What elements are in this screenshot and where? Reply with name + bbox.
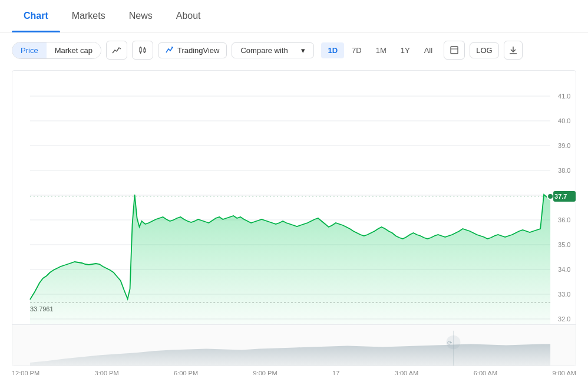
time-1m-button[interactable]: 1M <box>369 42 393 58</box>
chevron-down-icon: ▾ <box>301 46 305 55</box>
candlestick-icon-button[interactable] <box>132 41 153 60</box>
x-label-600pm: 6:00 PM <box>174 370 198 375</box>
download-button[interactable] <box>504 41 523 60</box>
chart-container: 41.0 40.0 39.0 38.0 37.0 36.0 35.0 34.0 … <box>12 70 576 366</box>
x-label-600am: 6:00 AM <box>474 370 497 375</box>
current-price-text: 37.7 <box>554 193 567 200</box>
compare-button[interactable]: Compare with ▾ <box>232 42 314 58</box>
tab-about[interactable]: About <box>164 0 213 32</box>
price-button[interactable]: Price <box>12 42 47 58</box>
price-chart: 41.0 40.0 39.0 38.0 37.0 36.0 35.0 34.0 … <box>12 71 576 324</box>
compare-label: Compare with <box>240 46 288 55</box>
time-1y-button[interactable]: 1Y <box>394 42 417 58</box>
svg-rect-8 <box>451 47 458 54</box>
tradingview-label: TradingView <box>177 46 220 55</box>
x-label-300pm: 3:00 PM <box>95 370 119 375</box>
svg-text:35.0: 35.0 <box>558 241 570 248</box>
svg-text:38.0: 38.0 <box>558 167 570 174</box>
tab-markets[interactable]: Markets <box>60 0 117 32</box>
svg-text:40.0: 40.0 <box>558 117 570 124</box>
x-axis-labels: 12:00 PM 3:00 PM 6:00 PM 9:00 PM 17 3:00… <box>0 366 588 375</box>
tab-chart[interactable]: Chart <box>12 0 60 32</box>
svg-rect-3 <box>144 49 146 52</box>
x-label-900am: 9:00 AM <box>553 370 576 375</box>
svg-text:39.0: 39.0 <box>558 142 570 149</box>
price-marketcap-toggle: Price Market cap <box>12 42 101 59</box>
svg-text:41.0: 41.0 <box>558 93 570 100</box>
x-label-1200pm: 12:00 PM <box>12 370 39 375</box>
svg-text:33.0: 33.0 <box>558 291 570 298</box>
x-label-300am: 3:00 AM <box>395 370 418 375</box>
time-7d-button[interactable]: 7D <box>345 42 368 58</box>
tradingview-button[interactable]: TradingView <box>158 42 227 58</box>
line-chart-icon <box>112 46 121 54</box>
volume-chart: ⟳ <box>12 324 576 366</box>
line-chart-icon-button[interactable] <box>106 41 127 60</box>
x-label-17: 17 <box>332 370 339 375</box>
expand-icon-button[interactable] <box>444 41 465 60</box>
time-period-group: 1D 7D 1M 1Y All <box>321 42 439 58</box>
tabs-bar: Chart Markets News About <box>0 0 588 32</box>
time-1d-button[interactable]: 1D <box>321 42 344 58</box>
chart-toolbar: Price Market cap Trading <box>0 32 588 68</box>
svg-rect-0 <box>140 48 141 52</box>
tradingview-icon <box>166 46 174 54</box>
svg-text:⟳: ⟳ <box>447 340 452 346</box>
marketcap-button[interactable]: Market cap <box>47 42 101 58</box>
expand-icon <box>450 46 458 54</box>
x-label-900pm: 9:00 PM <box>253 370 278 375</box>
svg-text:34.0: 34.0 <box>558 266 570 273</box>
tab-news[interactable]: News <box>117 0 164 32</box>
download-icon <box>509 46 517 54</box>
candlestick-icon <box>138 46 147 54</box>
svg-text:32.0: 32.0 <box>558 315 570 323</box>
log-button[interactable]: LOG <box>470 42 498 58</box>
svg-text:36.0: 36.0 <box>558 216 570 223</box>
time-all-button[interactable]: All <box>418 42 439 58</box>
main-container: Chart Markets News About Price Market ca… <box>0 0 588 375</box>
